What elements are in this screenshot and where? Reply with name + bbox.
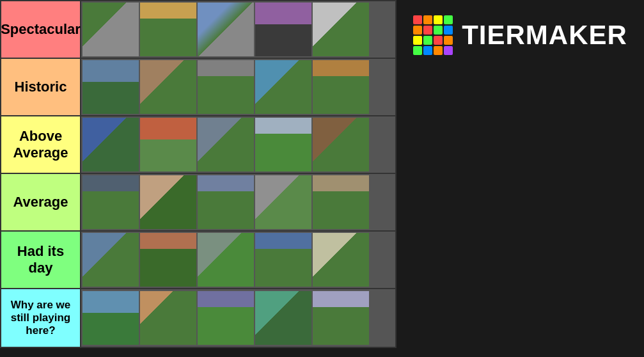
stadium-item[interactable] — [255, 60, 311, 114]
tier-images-had-its-day — [81, 232, 395, 288]
main-container: Spectacular Historic Above Average — [0, 0, 644, 348]
stadium-item[interactable] — [82, 60, 139, 114]
logo-grid-cell — [434, 15, 443, 24]
tier-label-average: Average — [1, 174, 81, 230]
logo-grid-cell — [434, 36, 443, 45]
logo-grid-cell — [423, 46, 432, 55]
logo-grid-cell — [444, 15, 453, 24]
stadium-item[interactable] — [313, 233, 369, 287]
tier-images-above-average — [81, 116, 395, 173]
stadium-item[interactable] — [313, 291, 369, 345]
logo-grid-cell — [413, 15, 422, 24]
stadium-item[interactable] — [82, 233, 139, 287]
tier-images-why — [81, 289, 395, 347]
logo-grid-cell — [444, 26, 453, 35]
tier-row-average: Average — [1, 174, 395, 232]
logo-area: TiERMAKER — [397, 0, 644, 70]
stadium-item[interactable] — [313, 118, 369, 171]
stadium-item[interactable] — [198, 291, 254, 345]
tiermaker-brand-text: TiERMAKER — [462, 20, 627, 51]
logo-grid-cell — [444, 46, 453, 55]
logo-grid-cell — [423, 15, 432, 24]
logo-grid-cell — [434, 26, 443, 35]
stadium-item[interactable] — [255, 291, 311, 345]
tier-images-average — [81, 174, 395, 230]
logo-grid-cell — [423, 26, 432, 35]
stadium-item[interactable] — [198, 175, 254, 229]
tier-label-historic: Historic — [1, 59, 81, 115]
logo-grid-cell — [434, 46, 443, 55]
stadium-item[interactable] — [255, 3, 311, 56]
stadium-item[interactable] — [198, 233, 254, 287]
tier-row-above-average: Above Average — [1, 116, 395, 174]
stadium-item[interactable] — [140, 291, 196, 345]
stadium-item[interactable] — [255, 118, 311, 171]
tier-list: Spectacular Historic Above Average — [0, 0, 397, 348]
stadium-item[interactable] — [140, 175, 196, 229]
stadium-item[interactable] — [198, 60, 254, 114]
tier-row-spectacular: Spectacular — [1, 1, 395, 59]
stadium-item[interactable] — [313, 60, 369, 114]
logo-grid-cell — [413, 46, 422, 55]
tier-row-historic: Historic — [1, 59, 395, 116]
stadium-item[interactable] — [82, 3, 139, 56]
black-area — [397, 70, 644, 348]
tier-label-had-its-day: Had its day — [1, 232, 81, 288]
logo-grid-cell — [423, 36, 432, 45]
right-panel: TiERMAKER — [397, 0, 644, 348]
stadium-item[interactable] — [82, 175, 139, 229]
tier-row-why: Why are we still playing here? — [1, 289, 395, 347]
stadium-item[interactable] — [140, 118, 196, 171]
stadium-item[interactable] — [140, 60, 196, 114]
stadium-item[interactable] — [255, 175, 311, 229]
stadium-item[interactable] — [140, 3, 196, 56]
logo-grid-cell — [413, 26, 422, 35]
tier-row-had-its-day: Had its day — [1, 232, 395, 289]
tier-images-historic — [81, 59, 395, 115]
tier-label-spectacular: Spectacular — [1, 1, 81, 58]
logo-grid-cell — [444, 36, 453, 45]
tiermaker-logo-grid — [413, 15, 453, 55]
stadium-item[interactable] — [82, 291, 139, 345]
stadium-item[interactable] — [255, 233, 311, 287]
stadium-item[interactable] — [313, 175, 369, 229]
tier-label-above-average: Above Average — [1, 116, 81, 173]
tier-label-why: Why are we still playing here? — [1, 289, 81, 347]
logo-grid-cell — [413, 36, 422, 45]
stadium-item[interactable] — [140, 233, 196, 287]
stadium-item[interactable] — [198, 118, 254, 171]
stadium-item[interactable] — [198, 3, 254, 56]
stadium-item[interactable] — [82, 118, 139, 171]
tier-images-spectacular — [81, 1, 395, 58]
stadium-item[interactable] — [313, 3, 369, 56]
